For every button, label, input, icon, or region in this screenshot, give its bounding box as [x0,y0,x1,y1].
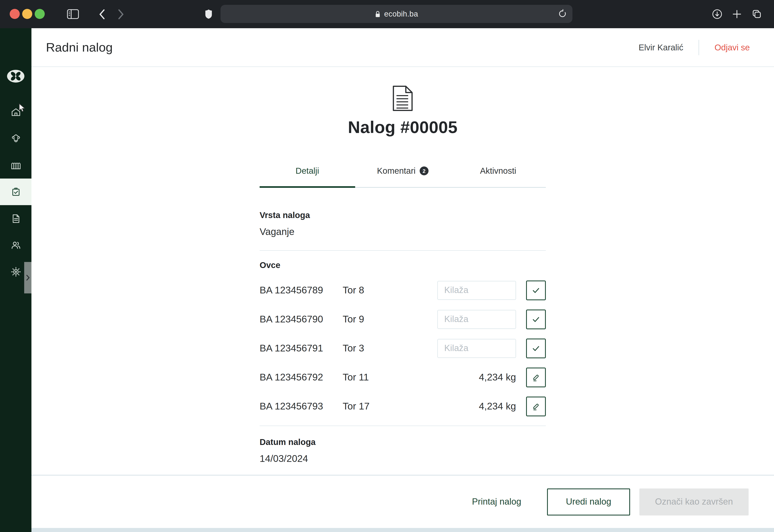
section-divider [260,250,546,251]
sheep-row: BA 123456792 Tor 11 4,234 kg [260,363,546,392]
sheep-id: BA 123456792 [260,372,343,383]
tab-label: Aktivnosti [480,166,516,176]
sidebar-toggle-icon [67,9,79,19]
logout-button[interactable]: Odjavi se [715,43,750,52]
toggle-sidebar-button[interactable] [66,8,80,20]
browser-back-button[interactable] [97,8,106,20]
reload-button[interactable] [557,9,568,19]
tab-label: Detalji [295,166,319,176]
order-title: Nalog #00005 [260,118,546,137]
header-divider [699,40,699,55]
address-bar[interactable]: ecobih.ba [221,5,572,23]
check-icon [531,343,541,353]
sheep-pen: Tor 8 [343,285,437,296]
order-date-value: 14/03/2024 [260,453,546,464]
sidebar-item-work-orders[interactable] [0,179,31,205]
sheep-id: BA 123456793 [260,401,343,412]
page-header: Radni nalog Elvir Karalić Odjavi se [31,28,774,67]
tab-komentari[interactable]: Komentari 2 [355,166,450,187]
edit-weight-button[interactable] [526,367,546,387]
application-window: ecobih.ba [0,0,774,532]
chevron-right-icon [26,274,30,281]
bottom-strip [31,528,774,532]
tab-detalji[interactable]: Detalji [260,166,355,187]
zoom-window-button[interactable] [35,9,45,19]
sheep-pen: Tor 9 [343,314,437,325]
check-icon [531,285,541,295]
sheep-id: BA 123456790 [260,314,343,325]
sheep-row: BA 123456790 Tor 9 [260,305,546,334]
window-controls [10,9,45,19]
back-icon [98,9,105,20]
check-icon [531,314,541,324]
gear-icon [10,266,21,277]
weight-input[interactable] [437,310,516,329]
minimize-window-button[interactable] [22,9,32,19]
lock-icon [375,10,381,18]
sheep-pen: Tor 3 [343,343,437,354]
fence-icon [10,160,21,171]
tab-label: Komentari [377,166,415,176]
action-footer: Printaj nalog Uredi nalog Označi kao zav… [31,475,774,528]
order-date-label: Datum naloga [260,437,546,447]
order-type-label: Vrsta naloga [260,210,546,220]
tab-bar: Detalji Komentari 2 Aktivnosti [260,166,546,188]
pencil-icon [531,401,541,411]
weight-input[interactable] [437,281,516,300]
sheep-row: BA 123456789 Tor 8 [260,276,546,305]
edit-order-button[interactable]: Uredi nalog [547,488,630,515]
users-icon [10,240,21,250]
reload-icon [558,9,567,19]
sheep-id: BA 123456789 [260,285,343,296]
sheep-row: BA 123456793 Tor 17 4,234 kg [260,392,546,421]
sidebar-item-users[interactable] [0,232,31,258]
sidebar-item-home[interactable] [0,99,31,125]
weight-input[interactable] [437,339,516,358]
url-text: ecobih.ba [384,9,418,18]
sheep-pen: Tor 11 [343,372,437,383]
sidebar-item-sheep[interactable] [0,125,31,152]
sheep-icon [10,133,21,144]
sheep-weight-value: 4,234 kg [437,372,516,383]
browser-chrome: ecobih.ba [0,0,774,28]
comments-count-badge: 2 [420,166,429,175]
confirm-weight-button[interactable] [526,338,546,358]
tab-aktivnosti[interactable]: Aktivnosti [450,166,546,187]
confirm-weight-button[interactable] [526,280,546,300]
shield-icon [205,9,212,19]
sidebar-expand-handle[interactable] [24,262,31,293]
confirm-weight-button[interactable] [526,309,546,329]
browser-toolbar-right [712,8,762,20]
sheep-section-label: Ovce [260,260,546,270]
sidebar-item-documents[interactable] [0,205,31,232]
clipboard-check-icon [10,186,21,197]
user-name: Elvir Karalić [639,43,683,52]
order-document-icon [392,85,414,111]
browser-forward-button[interactable] [116,8,126,20]
close-window-button[interactable] [10,9,20,19]
downloads-button[interactable] [712,8,722,20]
sheep-list: BA 123456789 Tor 8 BA 123456790 Tor 9 BA… [260,276,546,421]
sheep-pen: Tor 17 [343,401,437,412]
privacy-shield-button[interactable] [204,8,213,20]
tabs-icon [751,9,762,19]
new-tab-button[interactable] [732,8,742,20]
content-area: Nalog #00005 Detalji Komentari 2 Aktivno… [31,67,774,475]
sheep-id: BA 123456791 [260,343,343,354]
sheep-weight-value: 4,234 kg [437,401,516,412]
sidebar [0,28,31,532]
app-logo [6,69,25,83]
tab-overview-button[interactable] [751,8,762,20]
print-order-button[interactable]: Printaj nalog [472,497,521,507]
sidebar-nav [0,99,31,285]
document-icon [10,213,21,224]
edit-weight-button[interactable] [526,396,546,416]
page-title: Radni nalog [46,40,639,55]
pencil-icon [531,372,541,382]
download-icon [712,9,722,19]
complete-order-button[interactable]: Označi kao završen [639,488,749,515]
main-area: Radni nalog Elvir Karalić Odjavi se Nalo… [31,28,774,532]
home-icon [10,107,21,117]
sheep-row: BA 123456791 Tor 3 [260,334,546,363]
sidebar-item-pens[interactable] [0,152,31,179]
